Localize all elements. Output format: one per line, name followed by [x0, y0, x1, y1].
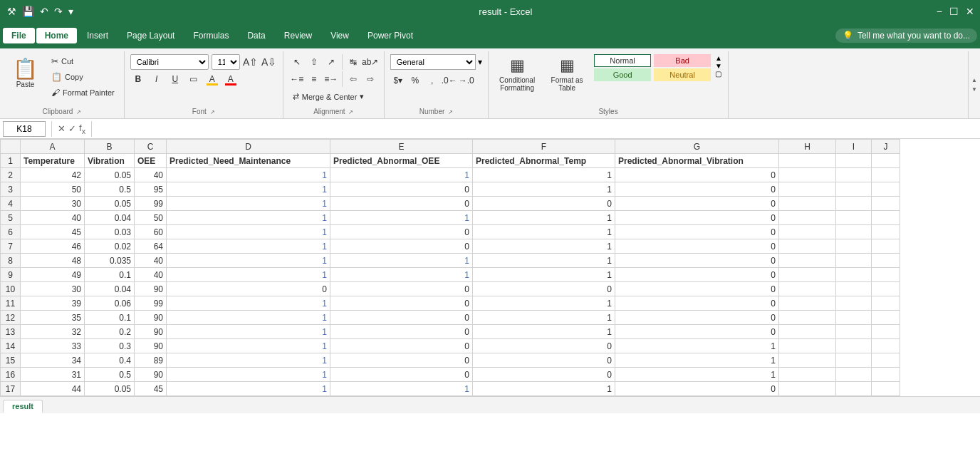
cell-9i[interactable]	[836, 268, 872, 282]
cell-5h[interactable]	[779, 211, 836, 225]
merge-center-button[interactable]: ⇄ Merge & Center ▾	[289, 90, 368, 103]
italic-button[interactable]: I	[149, 71, 165, 87]
cell-16d[interactable]: 1	[167, 368, 330, 382]
cell-10i[interactable]	[836, 282, 872, 296]
cell-5g[interactable]: 0	[615, 211, 779, 225]
cell-15h[interactable]	[779, 353, 836, 368]
col-header-h[interactable]: H	[779, 140, 836, 154]
cell-12a[interactable]: 35	[21, 311, 85, 325]
col-header-c[interactable]: C	[135, 140, 167, 154]
cell-11j[interactable]	[872, 296, 900, 311]
menu-formulas[interactable]: Formulas	[184, 28, 237, 43]
row-num-12[interactable]: 12	[1, 311, 21, 325]
cell-6d[interactable]: 1	[167, 225, 330, 239]
cell-16a[interactable]: 31	[21, 368, 85, 382]
cell-15f[interactable]: 0	[473, 353, 615, 368]
confirm-formula-icon[interactable]: ✓	[68, 123, 76, 134]
menu-file[interactable]: File	[3, 28, 35, 43]
cell-1a[interactable]: Temperature	[21, 154, 85, 168]
bad-style-button[interactable]: Bad	[654, 54, 711, 67]
row-num-11[interactable]: 11	[1, 296, 21, 311]
menu-insert[interactable]: Insert	[78, 28, 117, 43]
cell-8d[interactable]: 1	[167, 254, 330, 268]
cell-17g[interactable]: 0	[615, 382, 779, 396]
cell-15i[interactable]	[836, 353, 872, 368]
cell-7e[interactable]: 0	[330, 239, 473, 254]
row-num-13[interactable]: 13	[1, 325, 21, 339]
cell-14i[interactable]	[836, 339, 872, 353]
row-num-4[interactable]: 4	[1, 197, 21, 211]
cell-17a[interactable]: 44	[21, 382, 85, 396]
cell-2i[interactable]	[836, 168, 872, 182]
cell-15e[interactable]: 0	[330, 353, 473, 368]
sheet-tab-result[interactable]: result	[3, 400, 43, 413]
cell-16c[interactable]: 90	[135, 368, 167, 382]
cell-9b[interactable]: 0.1	[85, 268, 135, 282]
increase-font-button[interactable]: A⇧	[243, 54, 259, 70]
cell-2f[interactable]: 1	[473, 168, 615, 182]
menu-view[interactable]: View	[322, 28, 358, 43]
menu-home[interactable]: Home	[36, 28, 77, 43]
font-color-button[interactable]: A	[223, 71, 239, 87]
percent-button[interactable]: %	[407, 73, 423, 88]
row-num-1[interactable]: 1	[1, 154, 21, 168]
cell-5i[interactable]	[836, 211, 872, 225]
maximize-icon[interactable]: ☐	[949, 6, 959, 17]
cell-8e[interactable]: 1	[330, 254, 473, 268]
cell-12d[interactable]: 1	[167, 311, 330, 325]
cell-17d[interactable]: 1	[167, 382, 330, 396]
cell-2h[interactable]	[779, 168, 836, 182]
cell-15j[interactable]	[872, 353, 900, 368]
close-icon[interactable]: ✕	[966, 6, 974, 17]
cell-6h[interactable]	[779, 225, 836, 239]
cell-12g[interactable]: 0	[615, 311, 779, 325]
cell-5e[interactable]: 1	[330, 211, 473, 225]
row-num-5[interactable]: 5	[1, 211, 21, 225]
cell-12e[interactable]: 0	[330, 311, 473, 325]
col-header-g[interactable]: G	[615, 140, 779, 154]
align-top-right-button[interactable]: ↗	[323, 54, 339, 70]
decrease-decimal-button[interactable]: .0←	[442, 73, 457, 88]
cell-13a[interactable]: 32	[21, 325, 85, 339]
bold-button[interactable]: B	[130, 71, 146, 87]
cell-11i[interactable]	[836, 296, 872, 311]
cell-4d[interactable]: 1	[167, 197, 330, 211]
cell-7a[interactable]: 46	[21, 239, 85, 254]
cell-3c[interactable]: 95	[135, 182, 167, 197]
font-expand-icon[interactable]: ↗	[210, 109, 215, 115]
formula-input[interactable]	[98, 124, 977, 134]
format-as-table-button[interactable]: ▦ Format as Table	[544, 54, 590, 94]
merge-dropdown-icon[interactable]: ▾	[360, 92, 364, 101]
cell-2d[interactable]: 1	[167, 168, 330, 182]
cell-8h[interactable]	[779, 254, 836, 268]
customize-icon[interactable]: ▾	[67, 4, 75, 19]
conditional-formatting-button[interactable]: ▦ Conditional Formatting	[494, 54, 540, 94]
row-num-7[interactable]: 7	[1, 239, 21, 254]
cell-3j[interactable]	[872, 182, 900, 197]
cell-6g[interactable]: 0	[615, 225, 779, 239]
cell-2c[interactable]: 40	[135, 168, 167, 182]
cell-8g[interactable]: 0	[615, 254, 779, 268]
cell-11b[interactable]: 0.06	[85, 296, 135, 311]
cell-9c[interactable]: 40	[135, 268, 167, 282]
cell-6f[interactable]: 1	[473, 225, 615, 239]
cell-8b[interactable]: 0.035	[85, 254, 135, 268]
cell-4e[interactable]: 0	[330, 197, 473, 211]
cell-16j[interactable]	[872, 368, 900, 382]
cell-17b[interactable]: 0.05	[85, 382, 135, 396]
ribbon-scroll-down[interactable]: ▼	[970, 85, 979, 94]
cell-7h[interactable]	[779, 239, 836, 254]
cell-16f[interactable]: 0	[473, 368, 615, 382]
cell-9j[interactable]	[872, 268, 900, 282]
fill-color-button[interactable]: A	[204, 71, 220, 87]
col-header-f[interactable]: F	[473, 140, 615, 154]
cell-16e[interactable]: 0	[330, 368, 473, 382]
cell-8i[interactable]	[836, 254, 872, 268]
cell-17i[interactable]	[836, 382, 872, 396]
cell-15a[interactable]: 34	[21, 353, 85, 368]
col-header-d[interactable]: D	[167, 140, 330, 154]
col-header-i[interactable]: I	[836, 140, 872, 154]
cell-1f[interactable]: Predicted_Abnormal_Temp	[473, 154, 615, 168]
row-num-15[interactable]: 15	[1, 353, 21, 368]
menu-data[interactable]: Data	[239, 28, 273, 43]
